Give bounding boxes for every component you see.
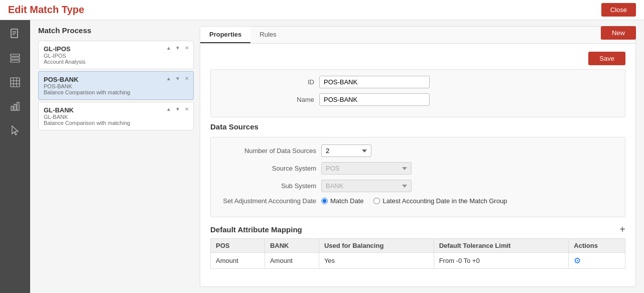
move-up-icon-pos-bank[interactable]: ▲ — [165, 75, 172, 82]
match-item-sub2-pos-bank: Balance Comparison with matching — [44, 89, 188, 95]
tab-properties[interactable]: Properties — [200, 27, 250, 43]
table-icon[interactable] — [6, 73, 24, 91]
svg-rect-13 — [14, 104, 16, 110]
radio-latest-date-input[interactable] — [373, 198, 380, 204]
radio-group-adj-date: Match Date Latest Accounting Date in the… — [321, 197, 507, 205]
match-item-controls-pos-bank: ▲ ▼ ✕ — [165, 75, 190, 82]
tabs-bar: Properties Rules — [200, 27, 635, 44]
form-row-adj-date: Set Adjustment Accounting Date Match Dat… — [221, 197, 615, 205]
doc-icon[interactable] — [6, 25, 24, 43]
move-down-icon-gl-ipos[interactable]: ▼ — [174, 44, 181, 51]
col-actions: Actions — [569, 239, 625, 253]
col-bank: BANK — [265, 239, 319, 253]
close-icon-pos-bank[interactable]: ✕ — [183, 75, 190, 82]
left-panel: Match Process ▲ ▼ ✕ GL-IPOS GL-IPOS Acco… — [38, 26, 194, 287]
form-row-name: Name — [219, 93, 617, 106]
name-field[interactable] — [319, 93, 430, 106]
cell-bank: Amount — [265, 253, 319, 269]
match-item-pos-bank[interactable]: ▲ ▼ ✕ POS-BANK POS-BANK Balance Comparis… — [38, 71, 194, 100]
sub-system-label: Sub System — [221, 182, 321, 190]
add-attr-button[interactable]: + — [619, 224, 625, 234]
col-tolerance: Default Tolerance Limit — [434, 239, 569, 253]
num-sources-label: Number of Data Sources — [221, 147, 321, 155]
default-attr-header: Default Attribute Mapping + — [210, 224, 625, 234]
svg-rect-14 — [17, 102, 19, 110]
id-field[interactable] — [319, 76, 430, 88]
radio-latest-date[interactable]: Latest Accounting Date in the Match Grou… — [373, 197, 507, 205]
match-item-sub2-gl-bank: Balance Comparison with matching — [44, 120, 188, 126]
col-used-for-balancing: Used for Balancing — [319, 239, 434, 253]
close-icon-gl-ipos[interactable]: ✕ — [183, 44, 190, 51]
match-item-gl-bank[interactable]: ▲ ▼ ✕ GL-BANK GL-BANK Balance Comparison… — [38, 102, 194, 130]
cell-used-for-balancing: Yes — [319, 253, 434, 269]
svg-rect-5 — [11, 57, 20, 59]
form-row-num-sources: Number of Data Sources 2 1 3 — [221, 144, 615, 157]
data-sources-title: Data Sources — [210, 122, 625, 131]
save-button[interactable]: Save — [588, 52, 625, 65]
match-item-sub1-gl-ipos: GL-IPOS — [44, 53, 188, 59]
match-item-sub1-pos-bank: POS-BANK — [44, 83, 188, 89]
page-title: Edit Match Type — [8, 4, 84, 16]
adj-date-label: Set Adjustment Accounting Date — [221, 197, 321, 205]
radio-latest-date-label: Latest Accounting Date in the Match Grou… — [382, 197, 507, 205]
left-sidebar — [0, 20, 30, 293]
form-row-id: ID — [219, 76, 617, 88]
list-icon[interactable] — [6, 49, 24, 67]
cursor-icon[interactable] — [6, 121, 24, 139]
gear-icon[interactable]: ⚙ — [574, 256, 581, 265]
right-panel: Properties Rules Save ID — [200, 26, 636, 287]
source-system-select[interactable]: POS — [321, 162, 412, 175]
match-item-controls-gl-bank: ▲ ▼ ✕ — [165, 105, 190, 112]
id-label: ID — [219, 78, 319, 86]
svg-rect-6 — [11, 60, 20, 62]
chart-icon[interactable] — [6, 97, 24, 115]
close-button[interactable]: Close — [601, 3, 636, 17]
sub-system-select[interactable]: BANK — [321, 180, 412, 192]
tab-rules[interactable]: Rules — [250, 27, 285, 43]
svg-rect-12 — [11, 106, 13, 110]
name-label: Name — [219, 96, 319, 103]
move-down-icon-pos-bank[interactable]: ▼ — [174, 75, 181, 82]
form-row-source-system: Source System POS — [221, 162, 615, 175]
col-pos: POS — [211, 239, 265, 253]
move-up-icon-gl-ipos[interactable]: ▲ — [165, 44, 172, 51]
main-layout: Match Process ▲ ▼ ✕ GL-IPOS GL-IPOS Acco… — [0, 20, 644, 293]
default-attr-section: Default Attribute Mapping + POS BANK Use… — [210, 224, 625, 269]
panel-content: Save ID Name — [200, 44, 635, 286]
cell-tolerance: From -0 To +0 — [434, 253, 569, 269]
id-name-section: ID Name — [210, 69, 625, 117]
attr-table: POS BANK Used for Balancing Default Tole… — [210, 238, 625, 269]
data-sources-section: Data Sources Number of Data Sources 2 1 … — [210, 122, 625, 217]
cell-pos: Amount — [211, 253, 265, 269]
radio-match-date[interactable]: Match Date — [321, 197, 363, 205]
match-item-sub2-gl-ipos: Account Analysis — [44, 59, 188, 65]
table-row: Amount Amount Yes From -0 To +0 ⚙ — [211, 253, 625, 269]
content-area: Match Process ▲ ▼ ✕ GL-IPOS GL-IPOS Acco… — [30, 20, 644, 293]
radio-match-date-label: Match Date — [330, 197, 363, 205]
source-system-label: Source System — [221, 165, 321, 172]
cell-actions: ⚙ — [569, 253, 625, 269]
page-header: Edit Match Type Close — [0, 0, 644, 20]
new-button[interactable]: New — [601, 26, 636, 40]
radio-match-date-input[interactable] — [321, 198, 328, 204]
match-item-sub1-gl-bank: GL-BANK — [44, 114, 188, 120]
num-sources-select[interactable]: 2 1 3 — [321, 144, 371, 157]
close-icon-gl-bank[interactable]: ✕ — [183, 105, 190, 112]
match-process-title: Match Process — [38, 26, 91, 35]
default-attr-title: Default Attribute Mapping — [210, 225, 302, 234]
match-process-header: Match Process — [38, 26, 194, 35]
form-row-sub-system: Sub System BANK — [221, 180, 615, 192]
match-item-controls-gl-ipos: ▲ ▼ ✕ — [165, 44, 190, 51]
svg-rect-7 — [11, 78, 20, 87]
svg-rect-4 — [11, 54, 20, 56]
match-item-gl-ipos[interactable]: ▲ ▼ ✕ GL-IPOS GL-IPOS Account Analysis — [38, 41, 194, 69]
move-up-icon-gl-bank[interactable]: ▲ — [165, 105, 172, 112]
data-sources-form: Number of Data Sources 2 1 3 Source Syst… — [210, 137, 625, 217]
move-down-icon-gl-bank[interactable]: ▼ — [174, 105, 181, 112]
